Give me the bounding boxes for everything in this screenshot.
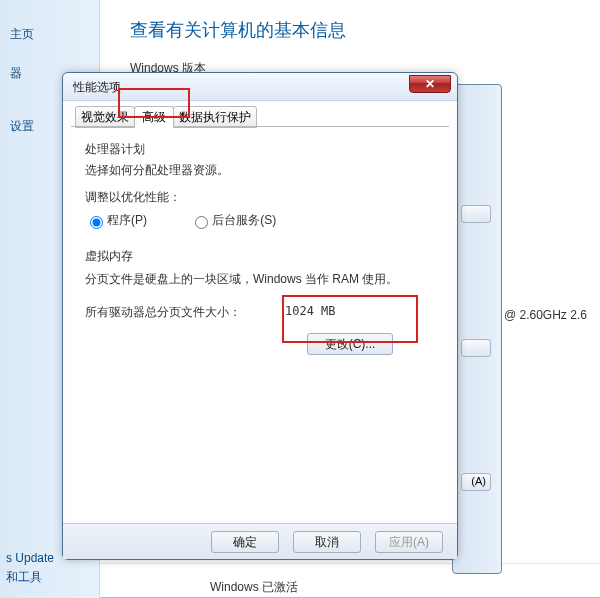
ghost-button bbox=[461, 339, 491, 357]
ghost-button: (A) bbox=[461, 473, 491, 491]
radio-services-input[interactable] bbox=[195, 216, 208, 229]
dialog-body: 视觉效果 高级 数据执行保护 处理器计划 选择如何分配处理器资源。 调整以优化性… bbox=[71, 103, 449, 519]
close-button[interactable]: ✕ bbox=[409, 75, 451, 93]
advanced-panel: 处理器计划 选择如何分配处理器资源。 调整以优化性能： 程序(P) 后台服务(S… bbox=[71, 127, 449, 331]
divider bbox=[100, 563, 600, 564]
close-icon: ✕ bbox=[425, 77, 435, 91]
radio-programs-input[interactable] bbox=[90, 216, 103, 229]
activation-text: Windows 已激活 bbox=[210, 579, 298, 596]
see-also-links: s Update 和工具 bbox=[0, 547, 54, 590]
processor-scheduling-desc: 选择如何分配处理器资源。 bbox=[85, 162, 435, 179]
activation-status: Windows 已激活 bbox=[210, 577, 298, 598]
cancel-button[interactable]: 取消 bbox=[293, 531, 361, 553]
tab-advanced[interactable]: 高级 bbox=[134, 106, 174, 128]
page-file-size-label: 所有驱动器总分页文件大小： bbox=[85, 305, 241, 319]
radio-background-services[interactable]: 后台服务(S) bbox=[190, 212, 276, 229]
dialog-title: 性能选项 bbox=[73, 79, 121, 96]
performance-options-dialog: 性能选项 ✕ 视觉效果 高级 数据执行保护 处理器计划 选择如何分配处理器资源。… bbox=[62, 72, 458, 560]
tab-dep[interactable]: 数据执行保护 bbox=[173, 106, 257, 128]
cpu-speed-text: @ 2.60GHz 2.6 bbox=[504, 308, 587, 322]
tabs: 视觉效果 高级 数据执行保护 bbox=[71, 103, 449, 127]
change-button[interactable]: 更改(C)... bbox=[307, 333, 393, 355]
optimize-label: 调整以优化性能： bbox=[85, 189, 435, 206]
link-tools[interactable]: 和工具 bbox=[6, 569, 54, 586]
ghost-button-label: (A) bbox=[471, 475, 486, 487]
radio-programs-label: 程序(P) bbox=[107, 212, 147, 229]
link-windows-update[interactable]: s Update bbox=[6, 551, 54, 565]
virtual-memory-title: 虚拟内存 bbox=[85, 248, 435, 265]
radio-services-label: 后台服务(S) bbox=[212, 212, 276, 229]
tab-visual-effects[interactable]: 视觉效果 bbox=[75, 106, 135, 128]
apply-button[interactable]: 应用(A) bbox=[375, 531, 443, 553]
background-dialog: (A) bbox=[452, 84, 502, 574]
page-file-size-value: 1024 MB bbox=[285, 304, 336, 318]
processor-scheduling-title: 处理器计划 bbox=[85, 141, 435, 158]
radio-programs[interactable]: 程序(P) bbox=[85, 212, 147, 229]
dialog-footer: 确定 取消 应用(A) bbox=[63, 523, 457, 559]
ok-button[interactable]: 确定 bbox=[211, 531, 279, 553]
optimize-radios: 程序(P) 后台服务(S) bbox=[85, 212, 435, 232]
dialog-titlebar[interactable]: 性能选项 ✕ bbox=[63, 73, 457, 101]
page-title: 查看有关计算机的基本信息 bbox=[130, 18, 600, 42]
ghost-button bbox=[461, 205, 491, 223]
page-file-size-row: 所有驱动器总分页文件大小： 1024 MB bbox=[85, 304, 435, 321]
sidebar-item-home[interactable]: 主页 bbox=[10, 26, 99, 43]
virtual-memory-desc: 分页文件是硬盘上的一块区域，Windows 当作 RAM 使用。 bbox=[85, 271, 435, 288]
